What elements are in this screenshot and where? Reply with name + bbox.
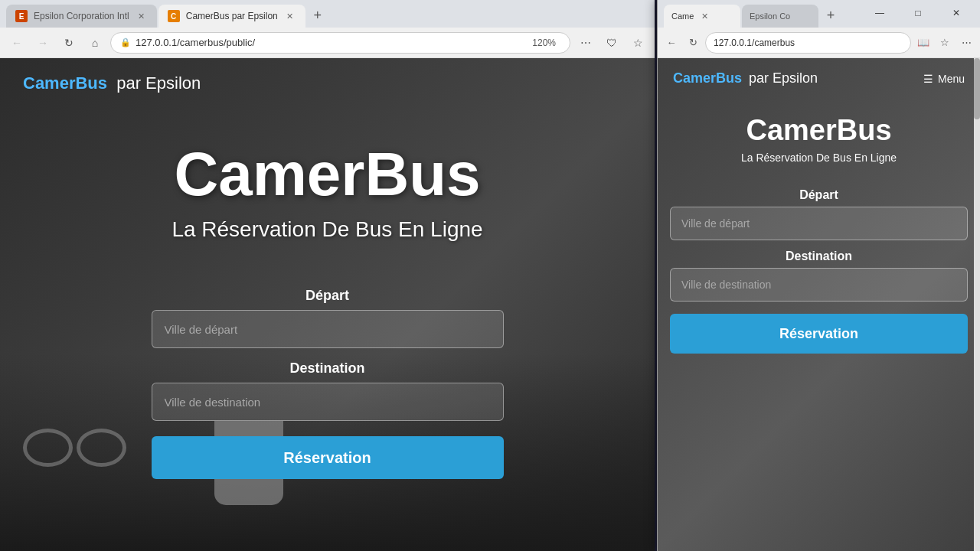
secondary-hero-subtitle: La Réservation De Bus En Ligne <box>673 152 965 164</box>
epsilon-tab-close[interactable]: ✕ <box>136 10 148 22</box>
secondary-new-tab-button[interactable]: + <box>820 5 841 26</box>
zoom-level: 120% <box>528 36 560 50</box>
glasses-left <box>23 429 73 467</box>
camerbus-tab-close[interactable]: ✕ <box>284 10 296 22</box>
secondary-address-bar-row: ← ↻ 127.0.0.1/camerbus 📖 ☆ ⋯ <box>658 28 980 58</box>
destination-label: Destination <box>152 360 504 377</box>
hero-section: CamerBus La Réservation De Bus En Ligne <box>0 109 655 288</box>
window-controls: — □ ✕ <box>862 2 974 28</box>
address-bar[interactable]: 🔒 127.0.0.1/camerbus/public/ 120% <box>110 32 570 54</box>
new-tab-button[interactable]: + <box>307 5 328 26</box>
site-navigation: CamerBus par Epsilon <box>0 58 655 109</box>
address-bar-row: ← → ↻ ⌂ 🔒 127.0.0.1/camerbus/public/ 120… <box>0 28 655 58</box>
url-text: 127.0.0.1/camerbus/public/ <box>136 37 523 48</box>
depart-group: Départ <box>152 288 504 348</box>
secondary-menu-button[interactable]: ⋯ <box>957 34 975 52</box>
epsilon-tab2-title: Epsilon Co <box>750 11 790 21</box>
secondary-back-button[interactable]: ← <box>662 34 681 52</box>
back-button[interactable]: ← <box>6 32 28 54</box>
secondary-website-content: CamerBus par Epsilon ☰ Menu CamerBus La … <box>658 58 980 551</box>
tab-bar: E Epsilon Corporation Intl ✕ C CamerBus … <box>0 0 655 28</box>
secondary-tab-bar: Came ✕ Epsilon Co + — □ ✕ <box>658 0 980 28</box>
secondary-url-text: 127.0.0.1/camerbus <box>714 37 795 48</box>
secondary-address-bar[interactable]: 127.0.0.1/camerbus <box>705 32 911 54</box>
secondary-destination-group: Destination <box>670 249 968 302</box>
came-tab-title: Came <box>671 11 694 21</box>
lock-icon: 🔒 <box>120 37 131 47</box>
booking-form: Départ Destination Réservation <box>136 288 519 479</box>
scrollbar-thumb[interactable] <box>974 58 980 119</box>
secondary-hero-title: CamerBus <box>673 114 965 147</box>
secondary-hero: CamerBus La Réservation De Bus En Ligne <box>658 99 980 188</box>
secondary-destination-input[interactable] <box>670 268 968 302</box>
secondary-refresh-button[interactable]: ↻ <box>684 34 702 52</box>
secondary-site-nav: CamerBus par Epsilon ☰ Menu <box>658 58 980 99</box>
refresh-button[interactable]: ↻ <box>58 32 80 54</box>
maximize-button[interactable]: □ <box>900 2 936 24</box>
secondary-bookmark-button[interactable]: ☆ <box>936 34 954 52</box>
secondary-reader-button[interactable]: 📖 <box>914 34 933 52</box>
destination-input[interactable] <box>152 383 504 421</box>
site-logo: CamerBus par Epsilon <box>23 73 201 93</box>
camerbus-favicon: C <box>168 10 180 22</box>
secondary-depart-label: Départ <box>670 188 968 202</box>
forward-button[interactable]: → <box>32 32 54 54</box>
shield-icon: 🛡 <box>601 32 622 54</box>
epsilon-tab2[interactable]: Epsilon Co <box>742 5 818 28</box>
came-tab[interactable]: Came ✕ <box>664 5 740 28</box>
epsilon-favicon: E <box>15 10 28 22</box>
secondary-logo-par: par Epsilon <box>749 70 818 86</box>
secondary-depart-input[interactable] <box>670 207 968 240</box>
hero-subtitle: La Réservation De Bus En Ligne <box>15 217 639 242</box>
epsilon-tab[interactable]: E Epsilon Corporation Intl ✕ <box>6 5 157 28</box>
reservation-button[interactable]: Réservation <box>152 436 504 479</box>
home-button[interactable]: ⌂ <box>84 32 106 54</box>
logo-camerbus-text: CamerBus <box>23 73 107 93</box>
hero-title: CamerBus <box>15 139 639 210</box>
secondary-browser-window: Came ✕ Epsilon Co + — □ ✕ ← ↻ 127.0.0.1/… <box>657 0 980 551</box>
secondary-reservation-button[interactable]: Réservation <box>670 314 968 354</box>
depart-input[interactable] <box>152 310 504 348</box>
hamburger-icon: ☰ <box>923 73 933 85</box>
menu-nav-button[interactable]: ☰ Menu <box>923 73 965 85</box>
scrollbar[interactable] <box>974 58 980 551</box>
epsilon-tab-title: Epsilon Corporation Intl <box>34 11 129 21</box>
depart-label: Départ <box>152 288 504 304</box>
glasses-right <box>77 429 126 467</box>
main-browser-window: E Epsilon Corporation Intl ✕ C CamerBus … <box>0 0 655 551</box>
logo-par-text: par Epsilon <box>116 73 201 93</box>
camerbus-tab[interactable]: C CamerBus par Epsilon ✕ <box>158 5 305 28</box>
camerbus-tab-title: CamerBus par Epsilon <box>186 11 278 21</box>
secondary-logo-camerbus: CamerBus <box>673 70 742 86</box>
glasses-decoration <box>23 429 145 474</box>
secondary-booking-form: Départ Destination Réservation <box>658 188 980 354</box>
secondary-site-logo: CamerBus par Epsilon <box>673 70 818 86</box>
came-tab-close[interactable]: ✕ <box>698 10 710 22</box>
minimize-button[interactable]: — <box>862 2 897 24</box>
close-button[interactable]: ✕ <box>939 2 974 24</box>
menu-button[interactable]: ⋯ <box>575 32 596 54</box>
destination-group: Destination <box>152 360 504 421</box>
secondary-destination-label: Destination <box>670 249 968 263</box>
main-website-content: CamerBus par Epsilon CamerBus La Réserva… <box>0 58 655 551</box>
secondary-depart-group: Départ <box>670 188 968 240</box>
menu-label: Menu <box>938 73 965 85</box>
bookmark-button[interactable]: ☆ <box>627 32 648 54</box>
